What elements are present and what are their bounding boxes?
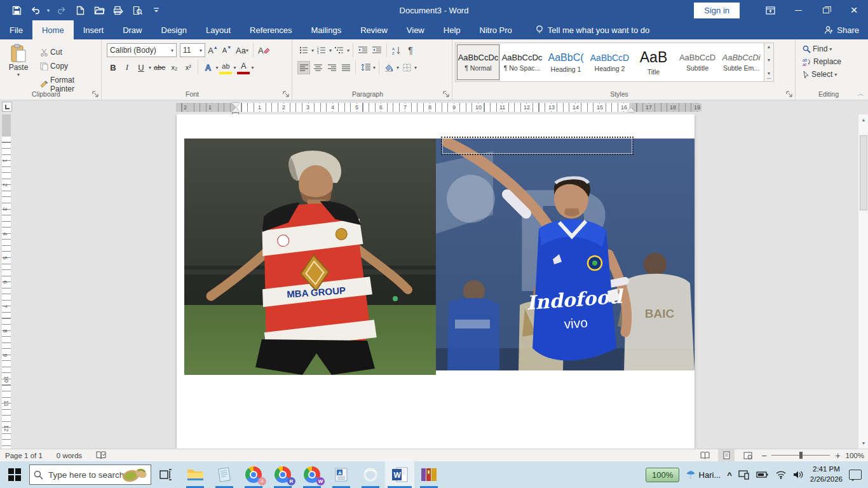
minimize-button[interactable] xyxy=(784,0,812,20)
paste-button[interactable]: Paste ▾ xyxy=(3,41,34,88)
battery-percent-badge[interactable]: 100% xyxy=(646,468,679,482)
borders-button[interactable] xyxy=(400,61,413,74)
styles-dialog-launcher-icon[interactable] xyxy=(786,91,793,98)
style-heading-2[interactable]: AaBbCcD Heading 2 xyxy=(588,44,631,80)
scroll-up-icon[interactable]: ▲ xyxy=(858,114,868,125)
select-button[interactable]: Select▾ xyxy=(801,69,859,80)
document-page[interactable]: MBA GROUP B xyxy=(177,114,695,449)
tab-view[interactable]: View xyxy=(397,20,434,39)
copy-button[interactable]: Copy xyxy=(38,60,98,72)
photo-madura-united-player[interactable]: MBA GROUP xyxy=(184,139,436,375)
tab-nitro-pro[interactable]: Nitro Pro xyxy=(470,20,522,39)
right-indent-marker[interactable] xyxy=(627,107,635,112)
shrink-font-button[interactable]: A▼ xyxy=(220,44,233,57)
superscript-button[interactable]: x² xyxy=(182,61,194,74)
zoom-out-button[interactable]: − xyxy=(761,451,766,461)
tab-references[interactable]: References xyxy=(240,20,301,39)
styles-scroll-up-icon[interactable]: ▲ xyxy=(767,44,771,49)
chrome-profile-w-icon[interactable]: W xyxy=(297,461,327,488)
ring-app-icon[interactable] xyxy=(356,461,385,488)
multilevel-dropdown-icon[interactable]: ▾ xyxy=(347,48,349,53)
paragraph-dialog-launcher-icon[interactable] xyxy=(443,91,450,98)
weather-widget[interactable]: ☂ Hari... xyxy=(686,468,721,482)
numbering-button[interactable]: 123 xyxy=(315,44,328,57)
print-preview-icon[interactable] xyxy=(130,3,145,18)
sort-button[interactable]: AZ xyxy=(390,44,403,57)
wifi-tray-icon[interactable] xyxy=(775,470,787,479)
zoom-in-button[interactable]: + xyxy=(835,451,840,461)
battery-tray-icon[interactable] xyxy=(756,470,769,479)
style-no-spacing[interactable]: AaBbCcDc ¶ No Spac... xyxy=(501,44,543,80)
chrome-profile-1-icon[interactable]: ≡ xyxy=(239,461,268,488)
empty-text-frame[interactable] xyxy=(441,137,634,155)
styles-more-icon[interactable]: ▼— xyxy=(767,71,771,80)
chrome-profile-r-icon[interactable]: R xyxy=(268,461,297,488)
scrollbar-thumb[interactable] xyxy=(860,135,867,210)
underline-button[interactable]: U xyxy=(135,61,147,74)
taskbar-search-input[interactable]: Type here to search xyxy=(29,464,151,485)
bold-button[interactable]: B xyxy=(107,61,119,74)
tab-insert[interactable]: Insert xyxy=(74,20,114,39)
read-mode-button[interactable] xyxy=(696,449,713,461)
strikethrough-button[interactable]: abe xyxy=(153,61,166,74)
display-tray-icon[interactable] xyxy=(738,470,750,480)
find-button[interactable]: Find▾ xyxy=(801,43,859,55)
italic-button[interactable]: I xyxy=(121,61,133,74)
text-effects-button[interactable]: A xyxy=(201,61,214,74)
multilevel-list-button[interactable] xyxy=(333,44,346,57)
font-size-select[interactable]: 11▾ xyxy=(180,43,205,57)
shading-dropdown-icon[interactable]: ▾ xyxy=(397,65,399,71)
decrease-indent-button[interactable] xyxy=(356,44,369,57)
tab-layout[interactable]: Layout xyxy=(196,20,240,39)
align-center-button[interactable] xyxy=(311,61,324,74)
highlight-dropdown-icon[interactable]: ▾ xyxy=(233,65,236,71)
volume-tray-icon[interactable] xyxy=(793,470,804,479)
justify-button[interactable] xyxy=(339,61,352,74)
open-icon[interactable] xyxy=(92,3,107,18)
zoom-slider-thumb[interactable] xyxy=(799,452,803,459)
line-spacing-button[interactable] xyxy=(359,61,372,74)
highlight-button[interactable]: ab xyxy=(219,61,232,74)
numbering-dropdown-icon[interactable]: ▾ xyxy=(329,48,332,53)
align-right-button[interactable] xyxy=(325,61,338,74)
style-title[interactable]: AaB Title xyxy=(632,44,675,80)
vertical-scrollbar[interactable]: ▲ ▼ xyxy=(858,114,868,449)
borders-dropdown-icon[interactable]: ▾ xyxy=(414,65,417,71)
shading-button[interactable] xyxy=(383,61,395,74)
styles-scroll-down-icon[interactable]: ▼ xyxy=(767,58,771,62)
tab-draw[interactable]: Draw xyxy=(113,20,151,39)
notepad-icon[interactable] xyxy=(210,461,239,488)
restore-button[interactable] xyxy=(812,0,840,20)
undo-icon[interactable] xyxy=(28,3,43,18)
bullets-button[interactable] xyxy=(297,44,310,57)
quick-print-icon[interactable] xyxy=(111,3,126,18)
paste-dropdown-icon[interactable]: ▾ xyxy=(17,72,20,78)
word-count[interactable]: 0 words xyxy=(57,452,82,459)
text-editor-app-icon[interactable]: A xyxy=(327,461,356,488)
tab-design[interactable]: Design xyxy=(152,20,196,39)
replace-button[interactable]: abac Replace xyxy=(801,56,859,67)
redo-icon[interactable] xyxy=(53,3,69,18)
change-case-button[interactable]: Aa▾ xyxy=(234,44,250,57)
taskbar-clock[interactable]: 2:41 PM 2/26/2026 xyxy=(810,464,843,484)
bullets-dropdown-icon[interactable]: ▾ xyxy=(311,48,314,53)
font-family-select[interactable]: Calibri (Body)▾ xyxy=(107,43,177,57)
tab-selector[interactable] xyxy=(2,102,12,112)
page-indicator[interactable]: Page 1 of 1 xyxy=(5,452,43,459)
file-explorer-icon[interactable] xyxy=(180,461,210,488)
tab-help[interactable]: Help xyxy=(434,20,470,39)
font-dialog-launcher-icon[interactable] xyxy=(283,91,290,98)
align-left-button[interactable] xyxy=(297,61,310,74)
first-line-indent-marker[interactable] xyxy=(232,103,240,107)
customize-qat-icon[interactable] xyxy=(149,3,164,18)
style-heading-1[interactable]: AaBbC( Heading 1 xyxy=(545,44,587,80)
collapse-ribbon-icon[interactable]: ︿ xyxy=(858,90,864,98)
tab-home[interactable]: Home xyxy=(32,20,74,39)
clear-formatting-button[interactable]: A xyxy=(257,44,271,57)
line-spacing-dropdown-icon[interactable]: ▾ xyxy=(373,65,376,71)
proofing-icon[interactable] xyxy=(96,451,106,459)
text-effects-dropdown-icon[interactable]: ▾ xyxy=(215,65,218,71)
increase-indent-button[interactable] xyxy=(370,44,383,57)
cut-button[interactable]: Cut xyxy=(38,46,98,58)
style-normal[interactable]: AaBbCcDc ¶ Normal xyxy=(457,44,499,80)
